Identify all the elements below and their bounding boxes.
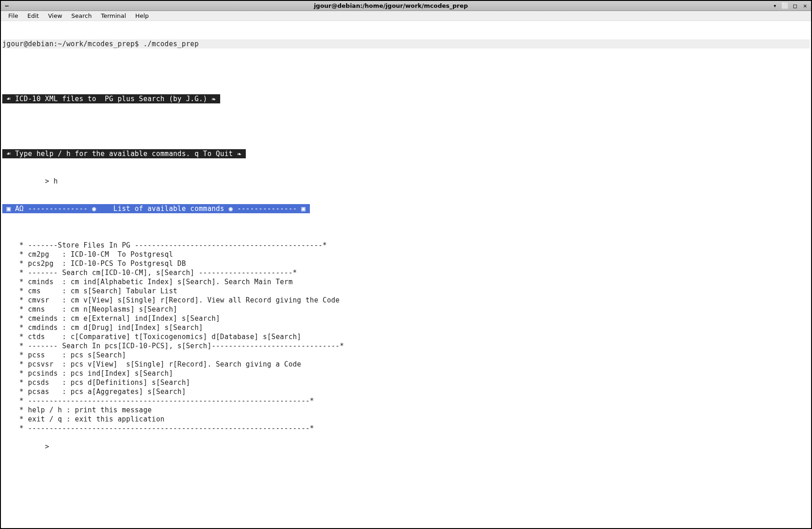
collapse-button[interactable]: ▾ [772, 3, 778, 9]
output-line: * cm2pg : ICD-10-CM To Postgresql [2, 250, 810, 259]
output-line: * -------Store Files In PG -------------… [2, 241, 810, 250]
maximize-button[interactable]: □ [792, 3, 798, 9]
commands-heading: ▣ ΑΩ -------------- ◉ List of available … [2, 204, 310, 213]
menu-file[interactable]: File [4, 11, 23, 20]
output-line: * pcss : pcs s[Search] [2, 351, 810, 360]
output-line: * ctds : c[Comparative] t[Toxicogenomics… [2, 332, 810, 341]
window-titlebar: – jgour@debian:/home/jgour/work/mcodes_p… [1, 1, 811, 11]
output-line: * ------- Search In pcs[ICD-10-PCS], s[S… [2, 341, 810, 351]
output-line: * pcsinds : pcs ind[Index] s[Search] [2, 369, 810, 378]
menu-view[interactable]: View [43, 11, 67, 20]
output-line: * help / h : print this message [2, 405, 810, 415]
output-line [2, 433, 810, 442]
close-button[interactable]: ✕ [802, 3, 808, 9]
output-line: * pcsas : pcs a[Aggregates] s[Search] [2, 387, 810, 396]
output-line: * pcsvsr : pcs v[View] s[Single] r[Recor… [2, 360, 810, 369]
output-line: * ------- Search cm[ICD-10-CM], s[Search… [2, 268, 810, 277]
output-line: * cmvsr : cm v[View] s[Single] r[Record]… [2, 296, 810, 305]
output-line: * cminds : cm ind[Alphabetic Index] s[Se… [2, 277, 810, 286]
output-line: * cmns : cm n[Neoplasms] s[Search] [2, 305, 810, 314]
user-input-line: > h [2, 177, 810, 186]
minimize-icon[interactable]: – [4, 3, 10, 9]
output-line: * pcs2pg : ICD-10-PCS To Postgresql DB [2, 259, 810, 268]
terminal-body[interactable]: jgour@debian:~/work/mcodes_prep$ ./mcode… [1, 21, 811, 460]
menu-help[interactable]: Help [130, 11, 153, 20]
output-line: * --------------------------------------… [2, 424, 810, 433]
menu-edit[interactable]: Edit [23, 11, 43, 20]
banner-title: ☙ ICD-10 XML files to PG plus Search (by… [2, 94, 220, 103]
menubar: File Edit View Search Terminal Help [1, 11, 811, 21]
banner-help: ☙ Type help / h for the available comman… [2, 149, 246, 158]
prompt-line: jgour@debian:~/work/mcodes_prep$ ./mcode… [2, 39, 810, 49]
output-line: > [2, 442, 810, 451]
menu-terminal[interactable]: Terminal [96, 11, 130, 20]
output-line: * --------------------------------------… [2, 396, 810, 405]
menu-search[interactable]: Search [67, 11, 97, 20]
output-line: * cmdinds : cm d[Drug] ind[Index] s[Sear… [2, 323, 810, 332]
output-line: * cms : cm s[Search] Tabular List [2, 286, 810, 296]
output-line: * exit / q : exit this application [2, 415, 810, 424]
restore-button[interactable]: ⬜ [782, 3, 788, 9]
output-line [2, 232, 810, 241]
output-line: * cmeinds : cm e[External] ind[Index] s[… [2, 314, 810, 323]
output-line: * pcsds : pcs d[Definitions] s[Search] [2, 378, 810, 387]
window-title: jgour@debian:/home/jgour/work/mcodes_pre… [10, 2, 772, 9]
